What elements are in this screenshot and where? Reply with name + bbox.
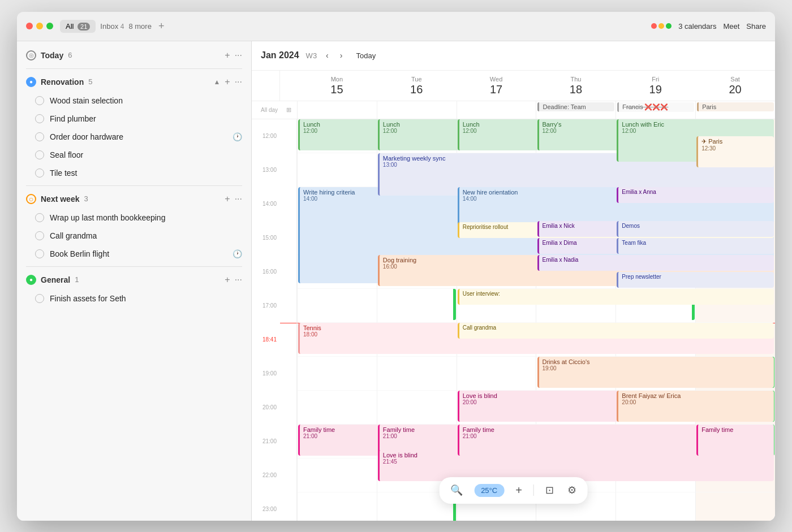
- cell-wed-18[interactable]: [457, 323, 536, 357]
- cell-sat-23[interactable]: [695, 492, 775, 521]
- task-checkbox-order-door[interactable]: [35, 132, 44, 141]
- cell-tue-18[interactable]: [377, 323, 457, 357]
- maximize-button[interactable]: [46, 23, 53, 29]
- cell-sat-18[interactable]: [695, 323, 775, 357]
- task-checkbox-book-berlin[interactable]: [35, 249, 44, 258]
- cal-next-button[interactable]: ›: [338, 49, 345, 62]
- section-next-week[interactable]: ○ Next week 3 + ···: [17, 189, 251, 209]
- cell-mon-13[interactable]: [297, 153, 377, 187]
- cell-sat-14[interactable]: [695, 187, 775, 221]
- cell-fri-23[interactable]: [615, 492, 695, 521]
- cell-wed-16[interactable]: [457, 255, 536, 289]
- cell-tue-19[interactable]: [377, 357, 457, 391]
- cell-fri-13[interactable]: [615, 153, 695, 187]
- close-button[interactable]: [26, 23, 33, 29]
- task-order-door[interactable]: Order door hardware 🕐: [17, 128, 251, 146]
- cell-mon-16[interactable]: [297, 255, 377, 289]
- event-deadline-team[interactable]: Deadline: Team: [537, 102, 614, 111]
- task-tile-test[interactable]: Tile test: [17, 164, 251, 182]
- cell-mon-17[interactable]: [297, 289, 377, 323]
- tab-inbox[interactable]: Inbox 4: [100, 22, 124, 31]
- today-add-button[interactable]: +: [225, 50, 230, 60]
- task-checkbox-wrap-up[interactable]: [35, 213, 44, 222]
- cell-tue-17[interactable]: [377, 289, 457, 323]
- cell-fri-16[interactable]: [615, 255, 695, 289]
- add-event-button[interactable]: +: [513, 482, 524, 499]
- task-checkbox-seal-floor[interactable]: [35, 150, 44, 159]
- cell-fri-20[interactable]: [615, 391, 695, 425]
- cell-thu-16[interactable]: [536, 255, 615, 289]
- task-checkbox-wood-stain[interactable]: [35, 96, 44, 105]
- meet-button[interactable]: Meet: [723, 22, 739, 31]
- cell-fri-12[interactable]: [615, 119, 695, 153]
- cell-mon-21[interactable]: [297, 425, 377, 459]
- cell-fri-21[interactable]: [615, 425, 695, 459]
- minimize-button[interactable]: [36, 23, 43, 29]
- cell-mon-22[interactable]: [297, 459, 377, 492]
- cell-thu-17[interactable]: [536, 289, 615, 323]
- task-checkbox-call-grandma[interactable]: [35, 231, 44, 240]
- renovation-add-button[interactable]: +: [225, 77, 230, 87]
- cell-fri-15[interactable]: [615, 221, 695, 255]
- cell-fri-17[interactable]: [615, 289, 695, 323]
- cell-sat-20[interactable]: [695, 391, 775, 425]
- task-seal-floor[interactable]: Seal floor: [17, 146, 251, 164]
- task-call-grandma[interactable]: Call grandma: [17, 227, 251, 245]
- cell-thu-14[interactable]: [536, 187, 615, 221]
- section-renovation[interactable]: ● Renovation 5 ▲ + ···: [17, 72, 251, 92]
- cell-tue-21[interactable]: [377, 425, 457, 459]
- cell-thu-13[interactable]: [536, 153, 615, 187]
- next-week-more-button[interactable]: ···: [235, 194, 242, 204]
- cell-mon-18[interactable]: [297, 323, 377, 357]
- cell-wed-17[interactable]: [457, 289, 536, 323]
- cell-mon-20[interactable]: [297, 391, 377, 425]
- task-find-plumber[interactable]: Find plumber: [17, 110, 251, 128]
- time-grid-container[interactable]: 12:00 13:00: [252, 119, 775, 521]
- cell-fri-22[interactable]: [615, 459, 695, 492]
- cell-wed-21[interactable]: [457, 425, 536, 459]
- cell-thu-21[interactable]: [536, 425, 615, 459]
- cell-fri-14[interactable]: [615, 187, 695, 221]
- settings-button[interactable]: ⚙: [565, 482, 579, 499]
- cell-sat-22[interactable]: [695, 459, 775, 492]
- cell-thu-12[interactable]: [536, 119, 615, 153]
- cell-mon-23[interactable]: [297, 492, 377, 521]
- share-button[interactable]: Share: [746, 22, 766, 31]
- cell-sat-12[interactable]: [695, 119, 775, 153]
- cell-sat-19[interactable]: [695, 357, 775, 391]
- cell-sat-16[interactable]: [695, 255, 775, 289]
- cell-wed-20[interactable]: [457, 391, 536, 425]
- cell-tue-16[interactable]: [377, 255, 457, 289]
- task-finish-assets[interactable]: Finish assets for Seth: [17, 289, 251, 308]
- section-today[interactable]: ◎ Today 6 + ···: [17, 46, 251, 65]
- cell-fri-19[interactable]: [615, 357, 695, 391]
- renovation-more-button[interactable]: ···: [235, 77, 242, 87]
- cell-thu-15[interactable]: [536, 221, 615, 255]
- cell-sat-15[interactable]: [695, 221, 775, 255]
- tab-all[interactable]: All 21: [60, 20, 96, 33]
- cell-sat-17[interactable]: [695, 289, 775, 323]
- cell-mon-15[interactable]: [297, 221, 377, 255]
- cell-fri-18[interactable]: [615, 323, 695, 357]
- cell-wed-13[interactable]: [457, 153, 536, 187]
- cell-wed-12[interactable]: [457, 119, 536, 153]
- add-tab-button[interactable]: +: [158, 20, 165, 32]
- cell-tue-20[interactable]: [377, 391, 457, 425]
- renovation-collapse-button[interactable]: ▲: [213, 78, 220, 86]
- cell-tue-15[interactable]: [377, 221, 457, 255]
- cell-tue-14[interactable]: [377, 187, 457, 221]
- task-wrap-up[interactable]: Wrap up last month bookkeeping: [17, 209, 251, 227]
- cell-thu-20[interactable]: [536, 391, 615, 425]
- next-week-add-button[interactable]: +: [225, 194, 230, 204]
- cell-mon-14[interactable]: [297, 187, 377, 221]
- cell-sat-13[interactable]: [695, 153, 775, 187]
- today-more-button[interactable]: ···: [235, 50, 242, 60]
- cal-today-button[interactable]: Today: [351, 49, 380, 62]
- cell-mon-12[interactable]: [297, 119, 377, 153]
- task-book-berlin[interactable]: Book Berlin flight 🕐: [17, 245, 251, 263]
- cell-tue-13[interactable]: [377, 153, 457, 187]
- task-wood-stain[interactable]: Wood stain selection: [17, 92, 251, 110]
- tab-more[interactable]: 8 more: [128, 22, 151, 31]
- cell-wed-15[interactable]: [457, 221, 536, 255]
- task-checkbox-finish-assets[interactable]: [35, 294, 44, 303]
